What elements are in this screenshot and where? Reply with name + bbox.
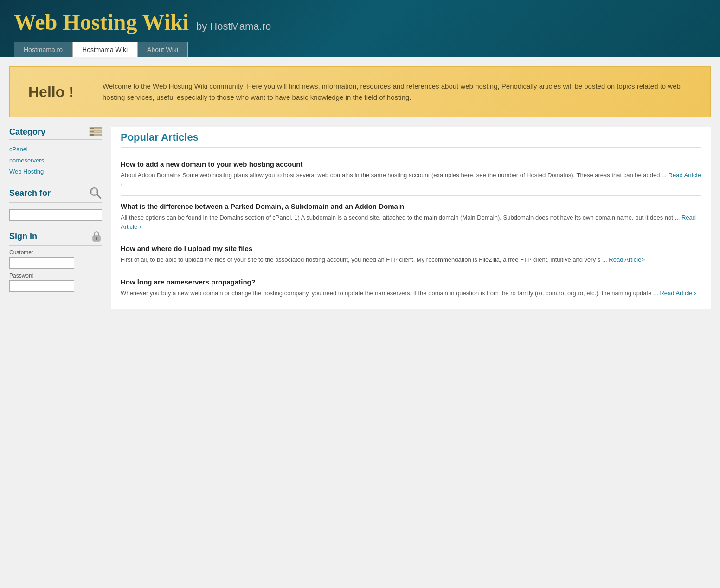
welcome-banner: Hello ! Welcome to the Web Hosting Wiki … (9, 66, 711, 117)
article-item: How and where do I upload my site files … (121, 238, 701, 271)
search-input[interactable] (9, 209, 102, 221)
site-subtitle: by HostMama.ro (196, 20, 271, 32)
read-article-link-2[interactable]: Read Article> (609, 256, 645, 263)
sidebar-signin-section: Sign In Customer Password (9, 230, 102, 292)
sidebar-item-cpanel[interactable]: cPanel (9, 144, 102, 155)
article-excerpt: First of all, to be able to upload the f… (121, 255, 701, 265)
article-item: How long are nameservers propagating? Wh… (121, 271, 701, 305)
nav-about[interactable]: About Wiki (137, 42, 188, 57)
svg-line-8 (97, 194, 101, 198)
article-excerpt: About Addon Domains Some web hosting pla… (121, 171, 701, 189)
article-excerpt: All these options can be found in the Do… (121, 213, 701, 231)
main-layout: Category cPanel nameservers Web Hosting (9, 127, 711, 309)
sidebar-search-heading: Search for (9, 187, 102, 203)
search-icon (89, 187, 102, 200)
welcome-text: Welcome to the Web Hosting Wiki communit… (103, 81, 692, 103)
article-title: How to add a new domain to your web host… (121, 160, 701, 168)
site-title-area: Web Hosting Wiki by HostMama.ro (14, 9, 706, 35)
svg-rect-11 (96, 238, 97, 240)
sidebar-category-section: Category cPanel nameservers Web Hosting (9, 127, 102, 177)
navigation: Hostmama.ro Hostmama Wiki About Wiki (14, 42, 706, 57)
sidebar-search-section: Search for (9, 187, 102, 221)
articles-section: Popular Articles How to add a new domain… (111, 127, 711, 309)
customer-input[interactable] (9, 257, 74, 269)
welcome-hello: Hello ! (28, 84, 84, 101)
article-title: What is the difference between a Parked … (121, 202, 701, 210)
sidebar-item-webhosting[interactable]: Web Hosting (9, 166, 102, 177)
lock-icon (91, 230, 102, 242)
category-label: Category (9, 127, 45, 137)
article-title: How long are nameservers propagating? (121, 278, 701, 286)
svg-rect-5 (90, 134, 94, 136)
article-excerpt: Whenever you buy a new web domain or cha… (121, 289, 701, 298)
article-title: How and where do I upload my site files (121, 245, 701, 252)
svg-rect-3 (90, 128, 94, 129)
svg-point-7 (91, 189, 97, 194)
category-icon (89, 127, 102, 137)
header: Web Hosting Wiki by HostMama.ro Hostmama… (0, 0, 720, 57)
sidebar-category-heading: Category (9, 127, 102, 140)
sidebar: Category cPanel nameservers Web Hosting (9, 127, 102, 309)
article-item: How to add a new domain to your web host… (121, 154, 701, 196)
site-title: Web Hosting Wiki (14, 10, 189, 34)
sidebar-item-nameservers[interactable]: nameservers (9, 155, 102, 166)
read-article-link-3[interactable]: Read Article › (660, 290, 696, 297)
search-label: Search for (9, 188, 51, 198)
articles-heading: Popular Articles (121, 131, 701, 148)
article-item: What is the difference between a Parked … (121, 196, 701, 238)
password-input[interactable] (9, 280, 74, 292)
svg-rect-4 (90, 131, 94, 132)
nav-hostmama[interactable]: Hostmama.ro (14, 42, 72, 57)
nav-wiki[interactable]: Hostmama Wiki (72, 42, 137, 57)
sidebar-signin-heading: Sign In (9, 230, 102, 246)
customer-label: Customer (9, 249, 102, 256)
signin-label: Sign In (9, 232, 37, 241)
password-label: Password (9, 272, 102, 279)
